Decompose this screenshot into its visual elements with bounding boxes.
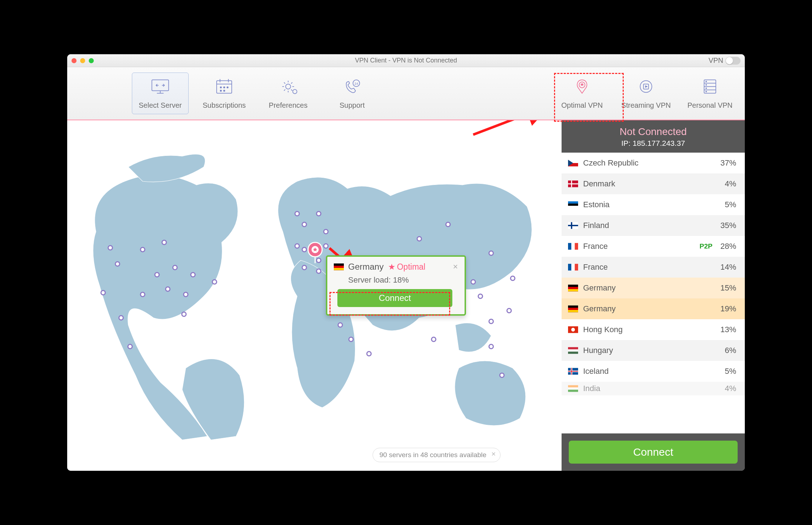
star-icon: ★ [388,262,396,272]
popup-country: Germany [348,262,384,272]
vpn-toggle-label: VPN [709,56,723,65]
server-row-france[interactable]: FranceP2P28% [562,236,745,257]
server-row-germany[interactable]: Germany15% [562,278,745,298]
server-row-denmark[interactable]: Denmark4% [562,173,745,194]
svg-rect-112 [568,390,578,392]
ip-address: IP: 185.177.243.37 [562,139,745,148]
server-row-hungary[interactable]: Hungary6% [562,340,745,361]
svg-point-42 [295,244,299,248]
toolbar-select-server[interactable]: Select Server [132,73,189,114]
close-dot[interactable] [71,58,77,63]
server-row-finland[interactable]: Finland35% [562,215,745,236]
server-load: 15% [720,283,736,293]
server-name: Finland [583,221,715,230]
server-name: Iceland [583,367,720,376]
svg-rect-0 [152,80,169,90]
flag-icon-fr [568,243,578,250]
svg-point-25 [706,88,706,89]
server-row-iceland[interactable]: Iceland5% [562,361,745,382]
svg-rect-102 [568,347,578,349]
svg-point-53 [367,352,371,356]
flag-icon-de [334,263,344,270]
toolbar-label: Support [340,101,365,110]
server-row-india[interactable]: India4% [562,382,745,395]
svg-point-23 [706,81,706,82]
svg-rect-83 [568,204,578,206]
server-row-hong-kong[interactable]: Hong Kong13% [562,319,745,340]
server-load: 13% [720,325,736,334]
server-row-czech-republic[interactable]: Czech Republic37% [562,153,745,173]
svg-point-57 [478,294,483,298]
toolbar-preferences[interactable]: Preferences [260,73,317,114]
flag-icon-fr [568,264,578,271]
popup-connect-button[interactable]: Connect [337,289,452,307]
server-row-estonia[interactable]: Estonia5% [562,194,745,215]
server-name: France [583,242,695,251]
svg-point-41 [212,280,217,284]
popup-close-icon[interactable]: ✕ [453,263,458,271]
svg-text:24: 24 [354,82,358,85]
pin-star-icon [572,77,592,98]
server-rack-icon [700,77,720,98]
svg-rect-103 [568,349,578,352]
svg-point-29 [128,344,132,349]
toolbar-personal-vpn[interactable]: Personal VPN [682,73,738,114]
svg-point-12 [286,84,291,89]
svg-rect-96 [568,289,578,291]
toolbar-subscriptions[interactable]: Subscriptions [196,73,253,114]
server-name: Denmark [583,179,720,189]
server-sidebar: Not Connected IP: 185.177.243.37 Czech R… [562,120,745,471]
traffic-lights [71,58,94,63]
toolbar-label: Streaming VPN [621,101,671,110]
sidebar-connect-button[interactable]: Connect [569,441,738,464]
toolbar-support[interactable]: 24Support [324,73,380,114]
toolbar-label: Subscriptions [203,101,246,110]
svg-point-51 [338,323,342,327]
server-row-france[interactable]: France14% [562,257,745,278]
server-load: 28% [720,242,736,251]
toolbar-streaming-vpn[interactable]: Streaming VPN [618,73,674,114]
vpn-toggle[interactable] [725,57,741,65]
svg-point-36 [115,262,120,266]
server-load: 5% [725,367,736,376]
connection-status: Not Connected [562,126,745,138]
zoom-dot[interactable] [89,58,94,63]
flag-icon-is [568,368,578,375]
svg-point-11 [223,90,225,92]
svg-point-46 [302,247,306,252]
svg-point-45 [317,258,321,262]
svg-point-43 [302,265,306,270]
svg-rect-91 [568,264,571,271]
svg-rect-111 [568,387,578,390]
server-list[interactable]: Czech Republic37%Denmark4%Estonia5%Finla… [562,153,745,433]
server-name: Czech Republic [583,158,715,168]
flag-icon-in [568,385,578,392]
svg-point-67 [295,212,299,216]
calendar-icon [214,77,234,98]
phone-24-icon: 24 [342,77,362,98]
svg-point-61 [500,373,504,377]
svg-rect-90 [575,243,578,250]
svg-point-54 [432,337,436,342]
svg-point-70 [324,229,328,234]
world-map[interactable]: Germany ★ Optimal ✕ Server load: 18% Con… [67,120,562,471]
pill-close-icon[interactable]: ✕ [491,451,496,457]
svg-rect-87 [568,225,578,226]
server-load: 4% [725,384,736,393]
svg-point-26 [706,91,706,92]
toolbar-optimal-vpn[interactable]: Optimal VPN [554,73,610,114]
svg-point-31 [166,287,170,291]
svg-point-28 [119,316,123,320]
server-row-germany[interactable]: Germany19% [562,298,745,319]
svg-point-66 [511,276,515,280]
gear-icon [278,77,298,98]
flag-icon-de [568,305,578,312]
svg-point-62 [471,280,475,284]
minimize-dot[interactable] [80,58,85,63]
server-load: 19% [720,304,736,313]
server-load: 5% [725,200,736,209]
window-title: VPN Client - VPN is Not Connected [67,57,745,64]
svg-rect-110 [568,385,578,387]
svg-point-58 [489,319,493,324]
popup-server-load: Server load: 18% [348,275,458,285]
